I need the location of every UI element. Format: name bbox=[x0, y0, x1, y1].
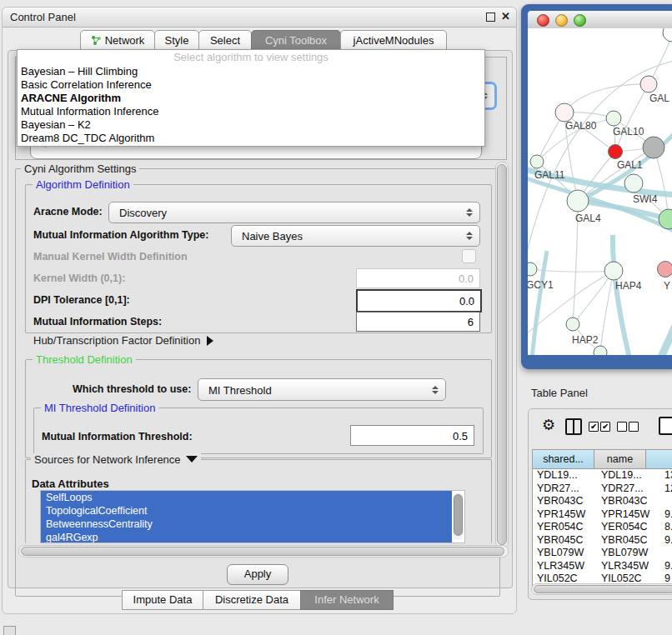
scrollbar-thumb[interactable] bbox=[534, 585, 672, 593]
mi-algorithm-type-combobox[interactable]: Naive Bayes bbox=[231, 225, 480, 247]
tab-impute-data[interactable]: Impute Data bbox=[122, 590, 203, 610]
control-panel-window: Control Panel ✕ Network Style Select Cyn… bbox=[2, 7, 517, 614]
list-item[interactable]: SelfLoops bbox=[41, 491, 452, 504]
scrollbar-thumb[interactable] bbox=[454, 494, 463, 536]
dropdown-item[interactable]: Bayesian – K2 bbox=[18, 118, 484, 132]
checked-box-icon[interactable]: ✔ bbox=[600, 422, 610, 432]
expander-arrow-icon bbox=[207, 336, 213, 346]
zoom-traffic-light-icon[interactable] bbox=[574, 14, 586, 27]
mi-steps-input[interactable]: 6 bbox=[356, 312, 480, 332]
table-row[interactable]: YPR145WYPR145W9. bbox=[533, 508, 672, 522]
table-row[interactable]: YDR27...YDR27...12 bbox=[533, 482, 672, 496]
kernel-width-input[interactable]: 0.0 bbox=[356, 268, 480, 288]
table-row[interactable]: YBR043CYBR043C bbox=[533, 495, 672, 508]
network-node[interactable] bbox=[604, 262, 623, 280]
list-item[interactable]: BetweennessCentrality bbox=[41, 518, 452, 531]
manual-kernel-checkbox[interactable] bbox=[462, 249, 476, 263]
cyni-toolbox-panel: gal-filtered sif default node Select alg… bbox=[8, 50, 513, 588]
list-item[interactable]: gal4RGexp bbox=[41, 531, 452, 543]
column-header-name[interactable]: name bbox=[594, 450, 646, 469]
list-item[interactable]: TopologicalCoefficient bbox=[41, 504, 452, 518]
network-node[interactable] bbox=[566, 318, 579, 331]
network-node[interactable] bbox=[567, 190, 589, 212]
network-node[interactable] bbox=[640, 76, 657, 92]
table-panel: ⚙ ✔ ✔ shared... name YDL19...YDL19...13Y… bbox=[528, 408, 672, 600]
node-label: GAL1 bbox=[617, 159, 643, 171]
group-title: Threshold Definition bbox=[33, 353, 136, 366]
network-window-titlebar[interactable] bbox=[528, 11, 672, 29]
close-icon[interactable]: ✕ bbox=[501, 10, 510, 22]
table-horizontal-scrollbar[interactable] bbox=[531, 583, 672, 595]
network-node[interactable] bbox=[528, 262, 537, 276]
tab-cyni-toolbox[interactable]: Cyni Toolbox bbox=[251, 30, 341, 51]
unchecked-box-icon[interactable] bbox=[629, 422, 639, 432]
tab-style[interactable]: Style bbox=[154, 30, 199, 51]
network-node[interactable] bbox=[594, 346, 607, 355]
column-header-shared-name[interactable]: shared... bbox=[533, 450, 594, 469]
network-edge[interactable] bbox=[573, 271, 614, 324]
table-row[interactable]: YBR045CYBR045C9. bbox=[533, 534, 672, 548]
minimize-traffic-light-icon[interactable] bbox=[555, 14, 568, 27]
close-traffic-light-icon[interactable] bbox=[537, 14, 549, 27]
column-layout-icon[interactable] bbox=[565, 418, 582, 435]
aracne-mode-combobox[interactable]: Discovery bbox=[108, 202, 480, 223]
aracne-mode-label: Aracne Mode: bbox=[33, 206, 103, 218]
mi-threshold-input[interactable]: 0.5 bbox=[350, 425, 474, 446]
unchecked-box-icon[interactable] bbox=[617, 422, 627, 432]
control-panel-titlebar[interactable]: Control Panel ✕ bbox=[3, 8, 516, 28]
tab-infer-network[interactable]: Infer Network bbox=[300, 590, 394, 610]
network-node[interactable] bbox=[658, 262, 672, 278]
hub-definition-expander[interactable]: Hub/Transcription Factor Definition bbox=[33, 334, 213, 347]
table-cell: 8. bbox=[646, 521, 672, 534]
table-cell: YBL079W bbox=[533, 547, 598, 560]
network-graph: GALGAL80GAL10GAL1GAL11GAL4SWI4GCY1HAP4YH… bbox=[528, 28, 672, 355]
column-header-partial[interactable] bbox=[646, 450, 672, 469]
network-edge[interactable] bbox=[613, 235, 637, 355]
apply-button[interactable]: Apply bbox=[227, 564, 288, 585]
table-row[interactable]: YDL19...YDL19...13 bbox=[533, 469, 672, 482]
tab-discretize-data[interactable]: Discretize Data bbox=[203, 590, 301, 610]
network-canvas[interactable]: GALGAL80GAL10GAL1GAL11GAL4SWI4GCY1HAP4YH… bbox=[528, 28, 672, 355]
node-label: GAL10 bbox=[613, 126, 644, 138]
dropdown-item[interactable]: Basic Correlation Inference bbox=[18, 78, 484, 92]
network-node[interactable] bbox=[530, 155, 544, 168]
network-node[interactable] bbox=[624, 174, 643, 192]
dock-panel-icon[interactable] bbox=[3, 626, 16, 635]
settings-vertical-scrollbar[interactable] bbox=[495, 162, 509, 548]
network-icon bbox=[91, 32, 102, 42]
tab-jactivemnodules[interactable]: jActiveMNodules bbox=[340, 30, 447, 51]
scrollbar-thumb[interactable] bbox=[21, 547, 504, 556]
table-cell: YBL079W bbox=[594, 547, 652, 560]
network-edge[interactable] bbox=[648, 310, 672, 355]
dropdown-item[interactable]: Mutual Information Inference bbox=[18, 105, 484, 118]
table-row[interactable]: YBL079WYBL079W bbox=[533, 547, 672, 560]
combobox-value: Discovery bbox=[119, 207, 167, 219]
network-edge[interactable] bbox=[600, 271, 614, 352]
list-vertical-scrollbar[interactable] bbox=[453, 492, 464, 540]
network-node[interactable] bbox=[606, 111, 621, 126]
table-cell bbox=[646, 547, 672, 560]
settings-horizontal-scrollbar[interactable] bbox=[18, 545, 509, 558]
checked-box-icon[interactable]: ✔ bbox=[589, 422, 599, 432]
tab-select[interactable]: Select bbox=[198, 30, 252, 51]
dropdown-item-selected[interactable]: ARACNE Algorithm bbox=[18, 92, 484, 105]
dropdown-item[interactable]: Dream8 DC_TDC Algorithm bbox=[18, 132, 484, 145]
network-node[interactable] bbox=[555, 103, 574, 122]
tab-network[interactable]: Network bbox=[80, 30, 155, 51]
table-row[interactable]: YER054CYER054C8. bbox=[533, 521, 672, 534]
dpi-tolerance-input[interactable]: 0.0 bbox=[356, 289, 482, 312]
tab-label: Style bbox=[165, 34, 189, 47]
data-attributes-list: SelfLoops TopologicalCoefficient Between… bbox=[40, 490, 465, 543]
float-window-icon[interactable] bbox=[486, 12, 495, 22]
gear-icon[interactable]: ⚙ bbox=[542, 416, 555, 434]
network-node[interactable] bbox=[609, 145, 623, 159]
scrollbar-thumb[interactable] bbox=[497, 164, 507, 545]
dropdown-item[interactable]: Bayesian – Hill Climbing bbox=[18, 65, 484, 78]
table-cell bbox=[646, 495, 672, 508]
network-node[interactable] bbox=[643, 137, 664, 158]
network-node[interactable] bbox=[663, 28, 672, 42]
table-row[interactable]: YLR345WYLR345W9. bbox=[533, 560, 672, 573]
page-icon[interactable] bbox=[659, 417, 672, 435]
group-title: Algorithm Definition bbox=[33, 178, 133, 191]
which-threshold-combobox[interactable]: MI Threshold bbox=[198, 378, 446, 401]
